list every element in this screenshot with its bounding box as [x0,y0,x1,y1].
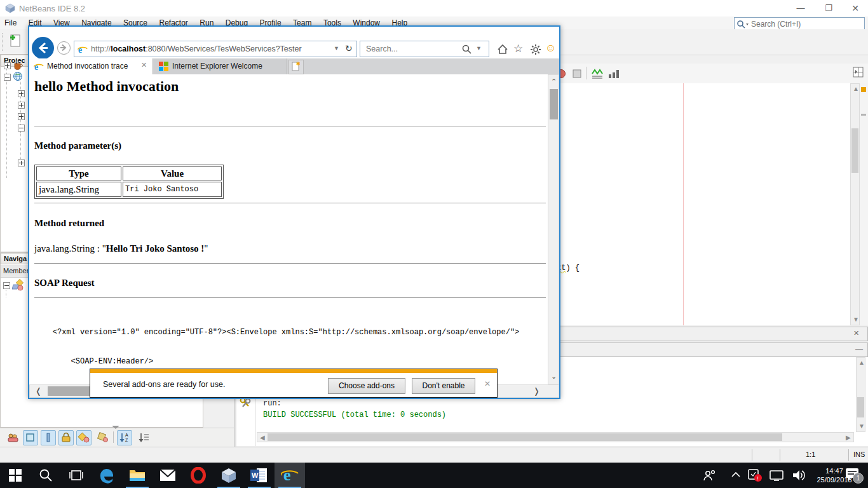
file-explorer-taskbar-button[interactable] [122,463,153,488]
netbeans-cube-icon [220,467,237,484]
scroll-right-arrow[interactable]: ▶ [846,435,851,441]
alert-tray-icon[interactable]: ! [747,468,763,482]
search-dropdown-icon[interactable]: ▼ [476,45,482,51]
scroll-left-arrow[interactable]: ◀ [260,435,265,441]
scroll-down-arrow[interactable]: ▼ [858,423,865,430]
menu-file[interactable]: File [0,17,21,29]
tab-close-icon[interactable]: ✕ [141,61,147,69]
scrollbar-thumb[interactable] [550,89,558,119]
tree-collapser[interactable] [3,282,10,289]
filter-show-inner-classes-button[interactable] [95,430,111,445]
filter-fields-button[interactable] [23,430,38,445]
search-icon[interactable] [736,20,749,29]
network-tray-icon[interactable] [769,470,784,481]
dont-enable-button[interactable]: Don't enable [412,378,475,394]
netbeans-status-bar: 1:1 INS [0,447,868,463]
sort-alphabetically-button[interactable]: AZ [117,430,132,445]
netbeans-restore-button[interactable]: ❐ [816,0,841,17]
status-divider [848,449,849,461]
tree-expander[interactable] [18,113,25,120]
navigator-filter-toolbar: AZ [0,428,234,447]
search-icon[interactable] [462,44,472,55]
tree-collapser[interactable] [4,74,11,81]
filter-inherited-members-button[interactable] [5,430,20,445]
search-icon [39,468,53,482]
scrollbar-thumb[interactable] [48,386,92,396]
netbeans-taskbar-button[interactable] [214,463,244,488]
netbeans-titlebar: NetBeans IDE 8.2 — ❐ ✕ [0,0,868,17]
tree-expander[interactable] [18,159,25,166]
editor-vertical-scrollbar[interactable]: ▲ ▼ [850,83,860,325]
task-view-button[interactable] [61,463,92,488]
filter-static-members-button[interactable] [41,430,56,445]
tree-expander[interactable] [18,90,25,97]
class-icon[interactable] [12,279,25,292]
scroll-down-arrow[interactable]: ⌄ [551,372,557,381]
tree-expander[interactable] [4,62,11,69]
scroll-left-arrow[interactable]: ❬ [35,386,42,396]
web-project-globe-icon[interactable] [13,71,23,81]
tray-expand-chevron-icon[interactable] [731,471,741,478]
minimize-panel-icon[interactable]: — [855,344,863,353]
notification-close-icon[interactable]: ✕ [484,379,491,388]
tab-internet-explorer-welcome[interactable]: Internet Explorer Welcome [153,58,287,74]
new-tab-button[interactable]: ✱ [288,60,304,74]
scroll-up-arrow[interactable]: ⌃ [551,78,557,86]
tree-collapser[interactable] [18,125,25,132]
netbeans-close-button[interactable]: ✕ [843,0,868,17]
warning-mark[interactable] [861,87,866,92]
home-icon[interactable] [497,44,508,55]
ie-taskbar-button[interactable]: e [275,463,305,488]
tree-expander[interactable] [18,102,25,109]
tab-method-invocation-trace[interactable]: e Method invocation trace ✕ [29,58,153,74]
scrollbar-thumb[interactable] [268,433,782,441]
favorites-star-icon[interactable]: ☆ [513,42,523,55]
opera-icon [190,467,207,484]
output-vertical-scrollbar[interactable]: ▲ ▼ [856,357,865,432]
java-project-coffee-icon[interactable] [13,60,23,70]
edge-taskbar-button[interactable] [92,463,122,488]
editor-split-window-icon[interactable] [853,67,864,78]
divider [34,203,546,203]
netbeans-minimize-button[interactable]: — [788,0,813,17]
scroll-down-arrow[interactable]: ▼ [853,316,859,323]
close-icon[interactable]: ✕ [853,329,859,337]
refresh-icon[interactable]: ↻ [345,43,353,53]
forward-button[interactable] [57,41,71,55]
stop-square-icon[interactable] [572,69,582,79]
sort-by-source-button[interactable] [136,430,151,445]
start-button[interactable] [0,463,31,488]
scroll-up-arrow[interactable]: ▲ [853,86,859,92]
profiler-snapshot-icon[interactable] [607,68,620,79]
scroll-up-arrow[interactable]: ▲ [858,360,865,366]
ie-search-input[interactable] [365,44,456,54]
url-text[interactable]: http://localhost:8080/WebServices/TesWeb… [91,44,302,53]
netbeans-search-input[interactable] [750,18,864,29]
profiler-telemetry-icon[interactable] [591,68,604,79]
panel-resize-nub-icon[interactable] [112,426,119,430]
people-tray-icon[interactable] [703,470,717,481]
caret-position-status: 1:1 [806,451,815,458]
output-horizontal-scrollbar[interactable]: ◀ ▶ [257,432,854,442]
action-center-button[interactable]: 1 [845,468,864,484]
opera-taskbar-button[interactable] [183,463,214,488]
back-button[interactable] [32,37,54,59]
insert-mode-status: INS [853,451,865,458]
feedback-smiley-icon[interactable]: ☺ [545,42,556,55]
address-bar[interactable]: e http://localhost:8080/WebServices/TesW… [74,41,357,57]
scrollbar-thumb[interactable] [851,128,858,173]
word-icon: W [250,467,268,484]
url-dropdown-icon[interactable]: ▼ [334,45,339,51]
mail-taskbar-button[interactable] [153,463,183,488]
filter-non-static-button[interactable] [76,430,92,445]
scrollbar-thumb[interactable] [857,397,864,417]
new-file-icon[interactable] [8,33,24,50]
volume-tray-icon[interactable] [792,469,807,482]
filter-non-public-lock-button[interactable] [58,430,74,445]
scroll-right-arrow[interactable]: ❭ [533,386,540,396]
word-taskbar-button[interactable]: W [244,463,275,488]
settings-gear-icon[interactable] [530,44,541,55]
taskbar-search-button[interactable] [31,463,61,488]
choose-addons-button[interactable]: Choose add-ons [328,378,405,394]
page-vertical-scrollbar[interactable]: ⌃ ⌄ [548,74,559,384]
